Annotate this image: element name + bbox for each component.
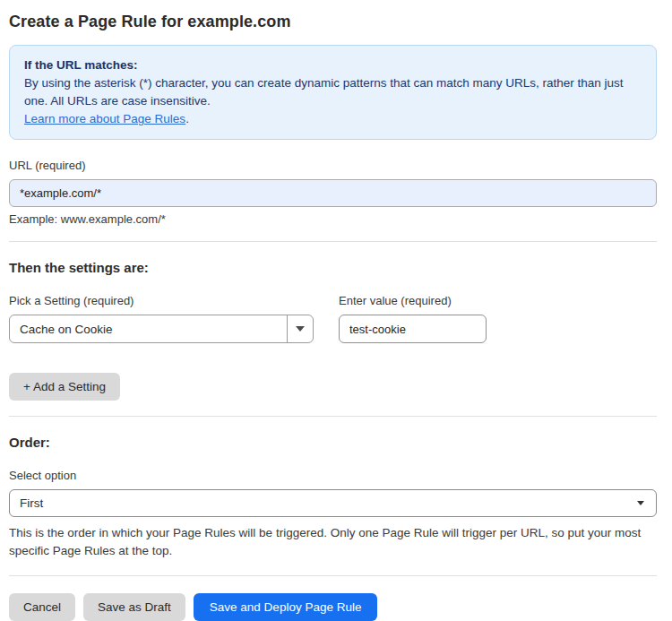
order-select-label: Select option [9, 469, 657, 482]
divider [9, 241, 657, 242]
caret-down-icon [296, 326, 305, 332]
setting-picker-label: Pick a Setting (required) [9, 294, 314, 307]
form-actions: Cancel Save as Draft Save and Deploy Pag… [9, 593, 657, 621]
settings-row: Pick a Setting (required) Cache on Cooki… [9, 275, 657, 343]
page-title: Create a Page Rule for example.com [9, 13, 657, 31]
info-box-link-line: Learn more about Page Rules. [24, 110, 642, 128]
setting-select[interactable]: Cache on Cookie [9, 315, 314, 343]
divider [9, 575, 657, 576]
url-input[interactable] [9, 179, 657, 207]
page-rule-form: Create a Page Rule for example.com If th… [0, 0, 672, 621]
learn-more-link[interactable]: Learn more about Page Rules [24, 112, 185, 125]
url-match-info-box: If the URL matches: By using the asteris… [9, 45, 657, 140]
order-select-value: First [20, 496, 43, 510]
link-suffix: . [185, 112, 189, 125]
url-field-label: URL (required) [9, 159, 657, 172]
url-example-helper: Example: www.example.com/* [9, 212, 657, 226]
divider [9, 416, 657, 417]
setting-picker-column: Pick a Setting (required) Cache on Cooki… [9, 275, 314, 343]
info-box-body: By using the asterisk (*) character, you… [24, 74, 642, 110]
save-and-deploy-button[interactable]: Save and Deploy Page Rule [194, 593, 378, 621]
info-box-heading: If the URL matches: [24, 56, 642, 74]
caret-down-icon [637, 501, 644, 505]
cancel-button[interactable]: Cancel [9, 593, 75, 621]
settings-section-heading: Then the settings are: [9, 260, 657, 275]
add-setting-button[interactable]: + Add a Setting [9, 373, 120, 401]
setting-value-column: Enter value (required) [339, 275, 487, 343]
order-select[interactable]: First [9, 489, 657, 517]
setting-value-label: Enter value (required) [339, 294, 487, 307]
save-as-draft-button[interactable]: Save as Draft [83, 593, 185, 621]
setting-select-arrow-button[interactable] [287, 315, 313, 342]
order-help-text: This is the order in which your Page Rul… [9, 524, 657, 560]
order-section-heading: Order: [9, 435, 657, 450]
setting-select-value: Cache on Cookie [10, 315, 287, 342]
setting-value-input[interactable] [339, 315, 487, 343]
